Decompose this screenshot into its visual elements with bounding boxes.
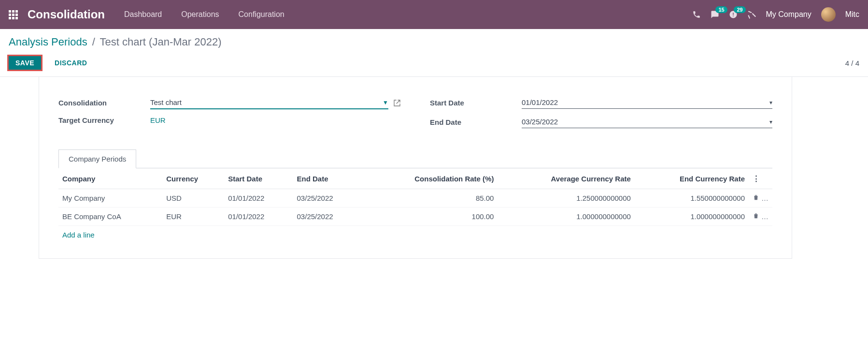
tab-company-periods[interactable]: Company Periods: [58, 149, 136, 168]
messages-icon[interactable]: 15: [711, 10, 719, 19]
tab-list: Company Periods: [58, 149, 772, 168]
label-end-date: End Date: [430, 118, 522, 126]
end-date-input[interactable]: [522, 118, 768, 126]
cell-end-rate: 1.000000000000: [635, 208, 749, 226]
start-date-input[interactable]: [522, 98, 768, 106]
tools-icon[interactable]: [747, 10, 756, 19]
cell-consolidation-rate: 85.00: [362, 189, 498, 208]
th-end-rate[interactable]: End Currency Rate: [635, 168, 749, 189]
cell-start-date: 01/01/2022: [224, 189, 293, 208]
top-nav: Consolidation Dashboard Operations Confi…: [0, 0, 868, 29]
avatar[interactable]: [821, 7, 836, 22]
breadcrumb-sep: /: [92, 36, 95, 48]
pager[interactable]: 4 / 4: [845, 59, 859, 67]
label-start-date: Start Date: [430, 99, 522, 107]
activities-icon[interactable]: 29: [729, 10, 738, 19]
th-consolidation-rate[interactable]: Consolidation Rate (%): [362, 168, 498, 189]
cell-end-rate: 1.550000000000: [635, 189, 749, 208]
cell-currency: EUR: [162, 208, 224, 226]
label-consolidation: Consolidation: [58, 99, 150, 107]
phone-icon[interactable]: [692, 10, 701, 19]
cell-avg-rate: 1.000000000000: [498, 208, 634, 226]
company-periods-table: Company Currency Start Date End Date Con…: [58, 168, 772, 226]
nav-operations[interactable]: Operations: [181, 10, 219, 19]
user-name[interactable]: Mitc: [845, 10, 859, 19]
breadcrumb-current: Test chart (Jan-Mar 2022): [100, 36, 222, 48]
th-end-date[interactable]: End Date: [293, 168, 362, 189]
th-avg-rate[interactable]: Average Currency Rate: [498, 168, 634, 189]
breadcrumb: Analysis Periods / Test chart (Jan-Mar 2…: [9, 36, 859, 48]
company-selector[interactable]: My Company: [766, 10, 811, 19]
consolidation-input[interactable]: [150, 98, 381, 106]
chevron-down-icon[interactable]: ▼: [383, 99, 388, 106]
add-line-link[interactable]: Add a line: [58, 226, 772, 244]
external-link-icon[interactable]: [393, 99, 401, 107]
th-start-date[interactable]: Start Date: [224, 168, 293, 189]
chevron-down-icon[interactable]: ▾: [769, 99, 772, 106]
app-brand[interactable]: Consolidation: [28, 8, 105, 21]
cell-currency: USD: [162, 189, 224, 208]
table-row[interactable]: My CompanyUSD01/01/202203/25/202285.001.…: [58, 189, 772, 208]
nav-dashboard[interactable]: Dashboard: [124, 10, 162, 19]
nav-configuration[interactable]: Configuration: [239, 10, 285, 19]
apps-icon[interactable]: [9, 10, 18, 19]
form-sheet: Consolidation ▼ Target Currency: [39, 77, 792, 259]
more-icon[interactable]: …: [761, 194, 768, 202]
cell-end-date: 03/25/2022: [293, 189, 362, 208]
cell-end-date: 03/25/2022: [293, 208, 362, 226]
trash-icon[interactable]: [753, 212, 759, 221]
chevron-down-icon[interactable]: ▾: [769, 119, 772, 125]
messages-badge: 15: [715, 6, 727, 13]
breadcrumb-parent[interactable]: Analysis Periods: [9, 36, 87, 48]
target-currency-link[interactable]: EUR: [150, 116, 166, 124]
discard-button[interactable]: DISCARD: [48, 56, 94, 70]
trash-icon[interactable]: [753, 194, 759, 202]
cell-company: BE Company CoA: [58, 208, 162, 226]
table-row[interactable]: BE Company CoAEUR01/01/202203/25/2022100…: [58, 208, 772, 226]
cell-company: My Company: [58, 189, 162, 208]
control-bar: Analysis Periods / Test chart (Jan-Mar 2…: [0, 29, 868, 70]
cell-avg-rate: 1.250000000000: [498, 189, 634, 208]
cell-start-date: 01/01/2022: [224, 208, 293, 226]
nav-links: Dashboard Operations Configuration: [124, 10, 285, 19]
save-button[interactable]: SAVE: [9, 56, 41, 70]
label-target-currency: Target Currency: [58, 116, 150, 124]
more-icon[interactable]: …: [761, 212, 768, 221]
cell-consolidation-rate: 100.00: [362, 208, 498, 226]
th-company[interactable]: Company: [58, 168, 162, 189]
columns-menu-icon[interactable]: ⋮: [749, 168, 772, 189]
th-currency[interactable]: Currency: [162, 168, 224, 189]
activities-badge: 29: [734, 6, 745, 13]
